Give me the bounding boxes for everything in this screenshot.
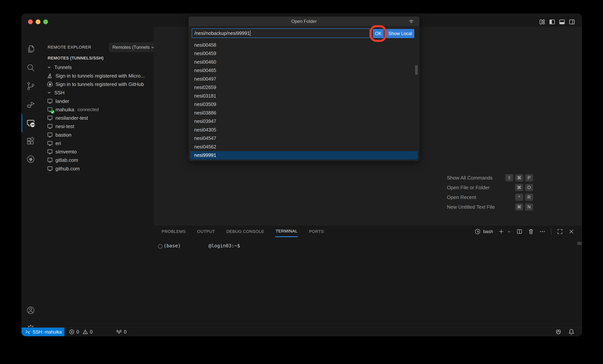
remote-scope-label: Remotes (Tunnels	[112, 45, 150, 50]
terminal-shell-label[interactable]: bash	[483, 229, 493, 234]
list-item[interactable]: nesi03947	[190, 117, 418, 126]
list-item-selected[interactable]: nesi99991	[190, 151, 418, 160]
tree-item-signin-microsoft[interactable]: Sign in to tunnels registered with Micro…	[40, 72, 154, 80]
list-scrollbar-thumb[interactable]	[415, 65, 418, 74]
run-and-debug-icon[interactable]	[26, 100, 35, 109]
maximize-panel-icon[interactable]	[557, 228, 563, 235]
toggle-primary-sidebar-icon[interactable]	[548, 18, 556, 25]
list-item[interactable]: nesi00458	[190, 41, 418, 49]
tab-terminal[interactable]: TERMINAL	[275, 226, 298, 237]
github-icon	[47, 81, 53, 87]
errors-icon	[69, 329, 75, 335]
terminal-prompt: @login03:~$	[209, 243, 240, 248]
azure-icon	[47, 73, 53, 79]
tree-item-signin-github[interactable]: Sign in to tunnels registered with GitHu…	[40, 80, 154, 88]
tab-output[interactable]: OUTPUT	[197, 226, 215, 237]
tree-group-tunnels[interactable]: Tunnels	[40, 63, 154, 71]
search-icon[interactable]	[26, 63, 35, 72]
list-item[interactable]: nesi03181	[190, 92, 418, 100]
explorer-icon[interactable]	[26, 45, 35, 54]
tab-ports[interactable]: PORTS	[309, 226, 324, 237]
remote-indicator[interactable]: SSH: mahuika	[22, 328, 64, 336]
split-terminal-icon[interactable]	[516, 228, 523, 235]
key-p: P	[525, 174, 533, 181]
tree-item-host-eri[interactable]: eri	[40, 139, 154, 148]
warnings-icon	[82, 329, 88, 335]
more-actions-icon[interactable]	[539, 228, 546, 235]
terminal-scrollbar-thumb[interactable]	[577, 242, 582, 245]
accounts-icon[interactable]	[26, 306, 35, 315]
list-item[interactable]: nesi00460	[190, 58, 418, 66]
tree-item-host-bastion[interactable]: bastion	[40, 131, 154, 139]
zoom-traffic-light[interactable]	[43, 19, 48, 24]
watermark-label: Open File or Folder	[447, 185, 490, 191]
tab-debug-console[interactable]: DEBUG CONSOLE	[226, 226, 265, 237]
watermark-label: New Untitled Text File	[447, 204, 495, 210]
remote-scope-dropdown[interactable]: Remotes (Tunnels	[109, 43, 157, 52]
toggle-secondary-sidebar-icon[interactable]	[568, 18, 576, 25]
list-item[interactable]: nesi00465	[190, 66, 418, 75]
close-traffic-light[interactable]	[28, 19, 33, 24]
chevron-down-icon	[46, 64, 52, 70]
new-terminal-icon[interactable]	[498, 228, 504, 235]
tab-problems[interactable]: PROBLEMS	[161, 226, 186, 237]
tree-item-host-github[interactable]: github.com	[40, 164, 154, 173]
tree-item-host-lander[interactable]: lander	[40, 97, 154, 106]
tree-item-host-nesilander-test[interactable]: nesilander-test	[40, 114, 154, 122]
activity-bar	[22, 27, 40, 328]
active-view-indicator	[22, 114, 22, 132]
list-item[interactable]: nesi04305	[190, 126, 418, 134]
tree-item-label: lander	[56, 98, 69, 104]
watermark-label: Show All Commands	[447, 175, 493, 181]
tree-item-label: bastion	[56, 132, 71, 138]
terminal-profile-chevron-icon[interactable]	[507, 228, 511, 235]
feedback-icon[interactable]	[555, 328, 562, 336]
chevron-down-icon	[46, 90, 52, 95]
extensions-icon[interactable]	[26, 137, 35, 146]
vm-icon	[47, 132, 53, 138]
tree-item-host-mahuika[interactable]: mahuika connected	[40, 106, 154, 114]
kill-terminal-trash-icon[interactable]	[528, 228, 534, 235]
list-item[interactable]: nesi00497	[190, 75, 418, 83]
eye-icon[interactable]	[408, 18, 414, 24]
ok-button[interactable]: OK	[373, 29, 384, 38]
folder-path-value: /nesi/nobackup/nesi99991	[194, 31, 250, 36]
list-item[interactable]: nesi02659	[190, 83, 418, 92]
vm-icon	[47, 123, 53, 129]
terminal-conda-env: (base)	[163, 243, 181, 248]
bash-shell-icon	[474, 228, 481, 235]
key-cmd: ⌘	[515, 184, 523, 191]
tree-item-host-simvemto[interactable]: simvemto	[40, 148, 154, 156]
tree-item-label: gitlab.com	[56, 157, 78, 163]
ports-count: 0	[124, 329, 127, 335]
tree-item-host-nesi-test[interactable]: nesi-test	[40, 122, 154, 130]
vm-icon	[47, 140, 53, 147]
list-item[interactable]: nesi03509	[190, 100, 418, 109]
source-control-icon[interactable]	[26, 82, 35, 91]
radio-tower-icon	[116, 329, 122, 335]
remote-icon	[25, 329, 31, 335]
problems-status[interactable]: 0 0	[69, 328, 93, 336]
close-panel-icon[interactable]	[568, 228, 575, 235]
list-item[interactable]: nesi00459	[190, 49, 418, 58]
tree-group-ssh[interactable]: SSH	[40, 88, 154, 97]
show-local-button[interactable]: Show Local	[386, 29, 414, 38]
notifications-bell-icon[interactable]	[568, 328, 575, 336]
folder-path-input[interactable]: /nesi/nobackup/nesi99991	[192, 28, 370, 38]
list-item[interactable]: nesi04562	[190, 142, 418, 151]
panel-tabs: PROBLEMS OUTPUT DEBUG CONSOLE TERMINAL P…	[161, 225, 324, 238]
tree-item-host-gitlab[interactable]: gitlab.com	[40, 156, 154, 164]
remote-explorer-icon[interactable]	[26, 118, 35, 128]
watermark-row: New Untitled Text File ⌘ N	[447, 203, 533, 211]
tree-item-label: Sign in to tunnels registered with Micro…	[56, 73, 145, 79]
list-item[interactable]: nesi03886	[190, 109, 418, 117]
list-item[interactable]: nesi04547	[190, 134, 418, 143]
github-icon[interactable]	[26, 154, 35, 164]
customize-layout-icon[interactable]	[538, 18, 546, 25]
forwarded-ports-status[interactable]: 0	[116, 328, 127, 336]
vm-icon	[47, 115, 53, 121]
minimize-traffic-light[interactable]	[36, 19, 40, 24]
toggle-panel-icon[interactable]	[558, 18, 566, 25]
sidebar-section-header[interactable]: REMOTES (TUNNELS/SSH)	[48, 56, 104, 61]
tree-item-label: nesi-test	[56, 123, 74, 129]
